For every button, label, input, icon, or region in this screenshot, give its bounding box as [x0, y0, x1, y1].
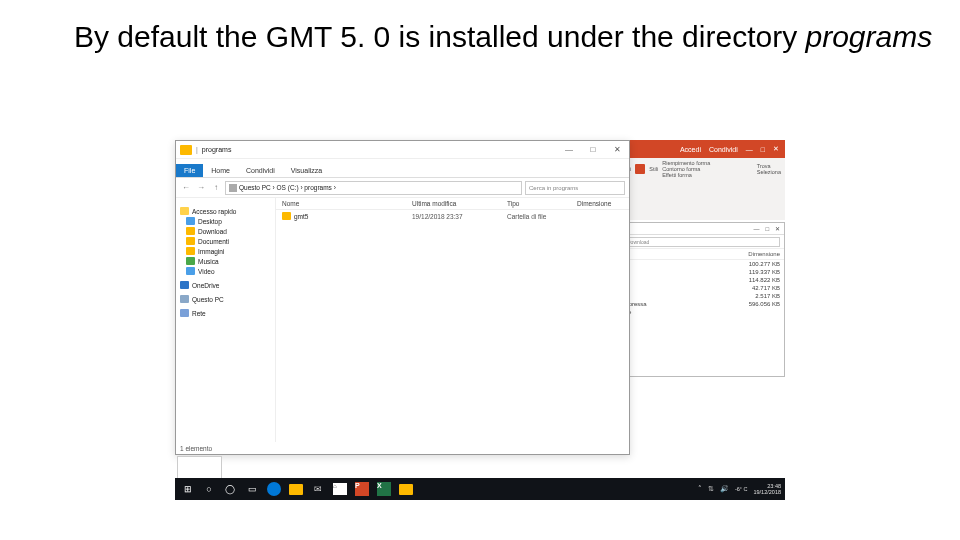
pc-icon — [180, 295, 189, 303]
nav-up[interactable]: ↑ — [210, 182, 222, 194]
network-label: Rete — [192, 310, 206, 317]
embedded-screenshot: Accedi Condividi — □ ✕ Disponi Stili Rie… — [175, 140, 785, 500]
tab-file[interactable]: File — [176, 164, 203, 177]
title-text: By default the GMT 5. 0 is installed und… — [74, 20, 805, 53]
explorer-icon[interactable] — [287, 481, 305, 497]
address-bar-row: ← → ↑ Questo PC › OS (C:) › programs › C… — [176, 178, 629, 198]
pp-effects[interactable]: Effetti forma — [662, 172, 710, 178]
sidebar-item[interactable]: Video — [178, 266, 273, 276]
col-type[interactable]: Tipo — [507, 200, 577, 207]
col-size[interactable]: Dimensione — [577, 200, 623, 207]
folder-icon — [186, 227, 195, 235]
tab-share[interactable]: Condividi — [238, 164, 283, 177]
col-date[interactable]: Ultima modifica — [412, 200, 507, 207]
file-name: gmt5 — [294, 213, 308, 220]
nav-forward[interactable]: → — [195, 182, 207, 194]
thispc-label: Questo PC — [192, 296, 224, 303]
tray-vol-icon[interactable]: 🔊 — [720, 485, 729, 493]
title-italic: programs — [805, 20, 932, 53]
e2-close[interactable]: ✕ — [775, 225, 780, 232]
close-button[interactable]: ✕ — [605, 141, 629, 159]
file-list: Nome Ultima modifica Tipo Dimensione gmt… — [276, 198, 629, 442]
powerpoint-icon[interactable]: P — [353, 481, 371, 497]
file-size: 2.517 KB — [730, 293, 780, 299]
folder-icon — [180, 145, 192, 155]
star-icon — [180, 207, 189, 215]
folder-icon — [282, 212, 291, 220]
quick-access-label: Accesso rapido — [192, 208, 236, 215]
system-tray: ˄ ⇅ 🔊 -6° C 23:48 19/12/2018 — [698, 483, 781, 495]
tab-view[interactable]: Visualizza — [283, 164, 330, 177]
pp-styles[interactable]: Stili — [649, 166, 658, 172]
folder-icon — [186, 237, 195, 245]
sidebar-item[interactable]: Download — [178, 226, 273, 236]
onedrive-label: OneDrive — [192, 282, 219, 289]
slide-title: By default the GMT 5. 0 is installed und… — [74, 18, 932, 56]
sidebar-item-label: Video — [198, 268, 215, 275]
pc-icon — [229, 184, 237, 192]
cortana-icon[interactable]: ◯ — [221, 481, 239, 497]
styles-icon — [635, 164, 645, 174]
ribbon-tabs: File Home Condividi Visualizza — [176, 159, 629, 177]
edge-icon[interactable] — [265, 481, 283, 497]
min-button[interactable]: — — [557, 141, 581, 159]
sidebar-item[interactable]: Musica — [178, 256, 273, 266]
file-size — [730, 309, 780, 315]
start-button[interactable]: ⊞ — [179, 481, 197, 497]
file-size: 596.056 KB — [730, 301, 780, 307]
folder-icon — [186, 267, 195, 275]
e2-min[interactable]: — — [753, 226, 759, 232]
e2-col-size[interactable]: Dimensione — [730, 251, 780, 257]
sidebar-item[interactable]: Immagini — [178, 246, 273, 256]
store-icon[interactable]: ⌂ — [331, 481, 349, 497]
e2-max[interactable]: □ — [765, 226, 769, 232]
path-text: Questo PC › OS (C:) › programs › — [239, 184, 336, 191]
sidebar-item[interactable]: Documenti — [178, 236, 273, 246]
cloud-icon — [180, 281, 189, 289]
tray-up-icon[interactable]: ˄ — [698, 485, 702, 493]
file-date: 19/12/2018 23:37 — [412, 213, 507, 220]
quick-access[interactable]: Accesso rapido — [178, 206, 273, 216]
folder-icon — [186, 257, 195, 265]
sidebar-item-label: Musica — [198, 258, 219, 265]
sidebar-item-label: Desktop — [198, 218, 222, 225]
max-button[interactable]: □ — [581, 141, 605, 159]
explorer-titlebar: | programs — □ ✕ — [176, 141, 629, 159]
search-box[interactable]: Cerca in programs — [525, 181, 625, 195]
address-bar[interactable]: Questo PC › OS (C:) › programs › — [225, 181, 522, 195]
excel-icon[interactable]: X — [375, 481, 393, 497]
tab-home[interactable]: Home — [203, 164, 238, 177]
e2-search[interactable]: Cerca in Download — [604, 237, 780, 247]
folder-icon — [186, 247, 195, 255]
file-size: 114.822 KB — [730, 277, 780, 283]
pp-signin[interactable]: Accedi — [680, 146, 701, 153]
col-name[interactable]: Nome — [282, 200, 412, 207]
search-placeholder: Cerca in programs — [529, 185, 578, 191]
network[interactable]: Rete — [178, 308, 273, 318]
nav-pane: Accesso rapido DesktopDownloadDocumentiI… — [176, 198, 276, 442]
onedrive[interactable]: OneDrive — [178, 280, 273, 290]
status-bar: 1 elemento — [180, 445, 212, 452]
pp-share[interactable]: Condividi — [709, 146, 738, 153]
tray-net-icon[interactable]: ⇅ — [708, 485, 714, 493]
pp-select[interactable]: Seleziona — [757, 169, 781, 175]
this-pc[interactable]: Questo PC — [178, 294, 273, 304]
mail-icon[interactable]: ✉ — [309, 481, 327, 497]
file-size: 100.277 KB — [730, 261, 780, 267]
file-size: 119.337 KB — [730, 269, 780, 275]
file-size: 42.717 KB — [730, 285, 780, 291]
tray-date[interactable]: 19/12/2018 — [753, 489, 781, 495]
nav-back[interactable]: ← — [180, 182, 192, 194]
search-icon[interactable]: ○ — [201, 481, 217, 497]
sidebar-item[interactable]: Desktop — [178, 216, 273, 226]
sidebar-item-label: Download — [198, 228, 227, 235]
taskview-icon[interactable]: ▭ — [243, 481, 261, 497]
explorer-window-programs: | programs — □ ✕ File Home Condividi Vis… — [175, 140, 630, 455]
column-headers: Nome Ultima modifica Tipo Dimensione — [276, 198, 629, 210]
pp-close[interactable]: ✕ — [773, 145, 779, 153]
file-row[interactable]: gmt519/12/2018 23:37Cartella di file — [276, 210, 629, 222]
pp-min[interactable]: — — [746, 146, 753, 153]
pp-max[interactable]: □ — [761, 146, 765, 153]
explorer-task-icon[interactable] — [397, 481, 415, 497]
folder-icon — [186, 217, 195, 225]
